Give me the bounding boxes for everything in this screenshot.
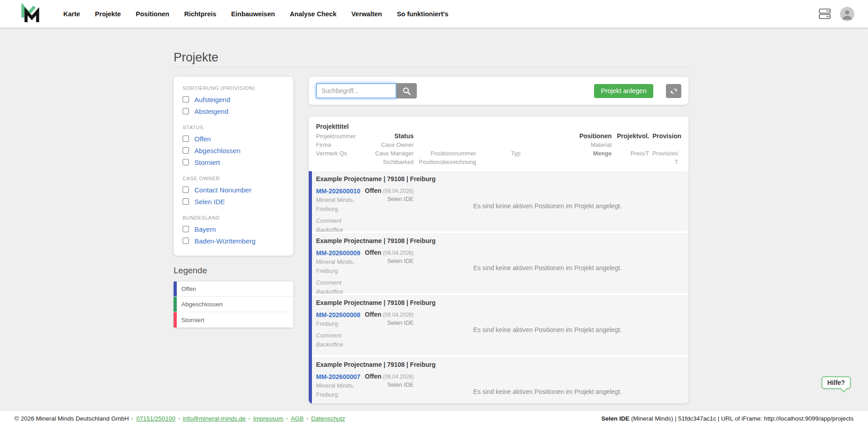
checkbox-icon[interactable] [183, 136, 189, 142]
project-firma: Freiburg [316, 267, 414, 276]
toolbar-actions: Projekt anlegen [594, 84, 681, 98]
no-positions-message: Es sind keine aktiven Positionen im Proj… [473, 326, 622, 349]
status-owner: Selen IDE [365, 319, 414, 327]
checkbox-icon[interactable] [183, 187, 189, 193]
column-case-manager: Case Manager [370, 149, 414, 158]
filter-option-offen[interactable]: Offen [183, 133, 284, 145]
status-label: Offen [365, 373, 382, 380]
nav-item-projekte[interactable]: Projekte [95, 10, 121, 18]
checkbox-icon[interactable] [183, 147, 189, 154]
project-number-link[interactable]: MM-202600007 [316, 372, 360, 381]
status-date: (09.04.2026) [382, 250, 414, 256]
project-note: Comment [316, 331, 414, 340]
filter-section-bundesland: BUNDESLANDBayernBaden-Württemberg [183, 215, 284, 247]
legend-item-abgeschlossen: Abgeschlossen [174, 297, 293, 312]
project-note: Backoffice [316, 287, 414, 296]
user-avatar[interactable] [840, 7, 854, 21]
title-divider [174, 67, 689, 67]
footer-link-agb[interactable]: AGB [291, 415, 304, 422]
project-row-title: Example Projectname | 79108 | Freiburg [316, 360, 681, 369]
checkbox-icon[interactable] [183, 238, 189, 244]
legend-color-bar [174, 312, 177, 328]
table-row[interactable]: Example Projectname | 79108 | FreiburgMM… [309, 171, 689, 231]
column-projekttitel: Projekttitel [316, 122, 681, 131]
nav-item-so-funktioniert-s[interactable]: So funktioniert's [397, 10, 448, 18]
search-button[interactable] [396, 83, 417, 98]
filter-option-contact-nonumber[interactable]: Contact Nonumber [183, 184, 284, 196]
checkbox-icon[interactable] [183, 96, 189, 103]
column-menge: Menge [556, 149, 612, 158]
project-number-link[interactable]: MM-202600009 [316, 248, 360, 257]
table-row[interactable]: Example Projectname | 79108 | FreiburgMM… [309, 295, 689, 355]
nav-item-analyse-check[interactable]: Analyse Check [290, 10, 336, 18]
filter-option-label: Bayern [194, 225, 216, 233]
toolbar-card: Projekt anlegen [309, 77, 689, 105]
footer-link-impressum[interactable]: Impressum [253, 415, 283, 422]
table-header-grid: Projektnummer Firma Vermerk Qs Status Ca… [316, 132, 681, 166]
filter-option-aufsteigend[interactable]: Aufsteigend [183, 94, 284, 105]
filter-section-title: BUNDESLAND [183, 215, 284, 220]
nav-item-karte[interactable]: Karte [63, 10, 80, 18]
column-positionsbezeichnung: Positionsbezeichnung [414, 158, 476, 166]
nav-item-verwalten[interactable]: Verwalten [351, 10, 382, 18]
legend-item-offen: Offen [174, 281, 293, 297]
projects-table-card: Projekttitel Projektnummer Firma Vermerk… [309, 117, 689, 403]
footer-left: © 2026 Mineral Minds Deutschland GmbH ·0… [14, 415, 345, 422]
status-owner: Selen IDE [365, 195, 414, 203]
footer-link-07151-250100[interactable]: 07151/250100 [137, 415, 175, 422]
checkbox-icon[interactable] [183, 198, 189, 205]
project-note: Comment [316, 402, 414, 403]
nav-item-einbauweisen[interactable]: Einbauweisen [231, 10, 275, 18]
help-button[interactable]: Hilfe? [821, 376, 851, 389]
checkbox-icon[interactable] [183, 159, 189, 165]
filter-option-abgeschlossen[interactable]: Abgeschlossen [183, 145, 284, 156]
filter-option-bayern[interactable]: Bayern [183, 223, 284, 235]
column-case-owner: Case Owner [370, 140, 414, 149]
nav-item-richtpreis[interactable]: Richtpreis [184, 10, 216, 18]
column-sichtbarkeit: Sichtbarkeit [370, 158, 414, 166]
column-status: Status [370, 132, 414, 140]
checkbox-icon[interactable] [183, 226, 189, 232]
footer-session-user: Selen IDE [601, 415, 629, 422]
brand-logo-icon[interactable] [20, 4, 41, 24]
checkbox-icon[interactable] [183, 108, 189, 114]
filter-option-label: Selen IDE [194, 198, 225, 206]
table-row[interactable]: Example Projectname | 79108 | FreiburgMM… [309, 357, 689, 403]
filter-section-case-owner: CASE OWNERContact NonumberSelen IDE [183, 176, 284, 207]
legend-label: Storniert [181, 317, 204, 323]
create-project-button[interactable]: Projekt anlegen [594, 84, 653, 98]
no-positions-message: Es sind keine aktiven Positionen im Proj… [473, 264, 622, 296]
refresh-button[interactable] [666, 84, 681, 98]
filter-section-title: STATUS [183, 125, 284, 130]
column-positionen: Positionen [556, 132, 612, 140]
column-material: Material [556, 140, 612, 149]
filters-card: SORTIERUNG (PROVISION)AufsteigendAbsteig… [174, 77, 293, 256]
footer-link-datenschutz[interactable]: Datenschutz [311, 415, 345, 422]
nav-item-positionen[interactable]: Positionen [136, 10, 169, 18]
footer-link-info-mineral-minds-de[interactable]: info@mineral-minds.de [183, 415, 245, 422]
legend-card: OffenAbgeschlossenStorniert [174, 281, 293, 328]
footer-separator: · [307, 415, 309, 422]
filter-option-selen-ide[interactable]: Selen IDE [183, 196, 284, 207]
project-row-title: Example Projectname | 79108 | Freiburg [316, 175, 681, 183]
search-input[interactable] [316, 83, 396, 98]
project-note: Backoffice [316, 340, 414, 349]
server-stack-icon[interactable] [819, 8, 831, 19]
footer-separator: · [286, 415, 288, 422]
filter-section-title: SORTIERUNG (PROVISION) [183, 85, 284, 91]
column-projektvol: Projektvol. [612, 132, 649, 140]
footer-separator: · [178, 415, 180, 422]
table-row[interactable]: Example Projectname | 79108 | FreiburgMM… [309, 233, 689, 293]
no-positions-message: Es sind keine aktiven Positionen im Proj… [473, 388, 622, 403]
project-number-link[interactable]: MM-202600008 [316, 310, 360, 319]
topbar-right-actions [819, 7, 854, 21]
filter-option-baden-w-rttemberg[interactable]: Baden-Württemberg [183, 235, 284, 247]
project-number-link[interactable]: MM-202600010 [316, 187, 360, 196]
filter-section-sortierung-provision: SORTIERUNG (PROVISION)AufsteigendAbsteig… [183, 85, 284, 117]
column-typ: Typ [476, 149, 556, 158]
footer-separator: · [248, 415, 250, 422]
filter-option-label: Storniert [194, 159, 220, 166]
page-footer: © 2026 Mineral Minds Deutschland GmbH ·0… [0, 411, 868, 426]
filter-option-storniert[interactable]: Storniert [183, 156, 284, 168]
filter-option-absteigend[interactable]: Absteigend [183, 105, 284, 117]
